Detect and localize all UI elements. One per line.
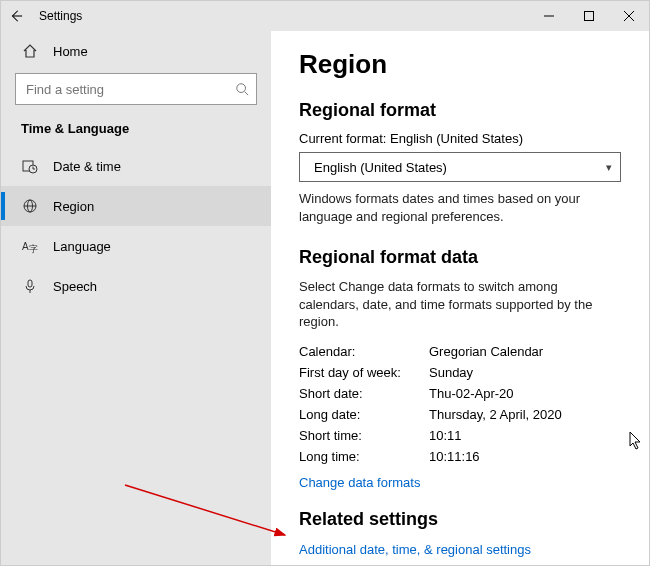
dropdown-value: English (United States) (314, 160, 447, 175)
svg-text:A: A (22, 241, 29, 252)
row-longtime: Long time:10:11:16 (299, 446, 621, 467)
svg-text:字: 字 (29, 244, 38, 254)
row-longdate: Long date:Thursday, 2 April, 2020 (299, 404, 621, 425)
section-regional-format: Regional format (299, 100, 621, 121)
arrow-left-icon (9, 9, 23, 23)
search-box[interactable] (15, 73, 257, 105)
svg-rect-1 (585, 12, 594, 21)
nav-region[interactable]: Region (1, 186, 271, 226)
regional-format-data-desc: Select Change data formats to switch amo… (299, 278, 621, 331)
regional-format-desc: Windows formats dates and times based on… (299, 190, 621, 225)
mouse-cursor-icon (629, 431, 643, 451)
window-title: Settings (39, 9, 82, 23)
section-regional-format-data: Regional format data (299, 247, 621, 268)
search-input[interactable] (15, 73, 257, 105)
page-heading: Region (299, 49, 621, 80)
search-icon (235, 73, 249, 105)
row-calendar: Calendar:Gregorian Calendar (299, 341, 621, 362)
nav-item-label: Speech (53, 279, 97, 294)
back-button[interactable] (1, 1, 31, 31)
nav-group-header: Time & Language (1, 117, 271, 146)
language-icon: A字 (21, 238, 39, 254)
svg-line-5 (245, 92, 249, 96)
minimize-button[interactable] (529, 1, 569, 31)
clock-calendar-icon (21, 158, 39, 174)
nav-date-time[interactable]: Date & time (1, 146, 271, 186)
format-data-table: Calendar:Gregorian Calendar First day of… (299, 341, 621, 467)
additional-settings-link[interactable]: Additional date, time, & regional settin… (299, 542, 531, 557)
close-button[interactable] (609, 1, 649, 31)
main-content: Region Regional format Current format: E… (271, 31, 649, 565)
chevron-down-icon: ▾ (606, 161, 612, 174)
row-shorttime: Short time:10:11 (299, 425, 621, 446)
maximize-button[interactable] (569, 1, 609, 31)
svg-point-4 (237, 84, 246, 93)
nav-speech[interactable]: Speech (1, 266, 271, 306)
section-related-settings: Related settings (299, 509, 621, 530)
sidebar: Home Time & Language Date & time (1, 31, 271, 565)
globe-icon (21, 198, 39, 214)
svg-rect-15 (28, 280, 32, 287)
row-firstday: First day of week:Sunday (299, 362, 621, 383)
nav-language[interactable]: A字 Language (1, 226, 271, 266)
format-dropdown[interactable]: English (United States) ▾ (299, 152, 621, 182)
home-label: Home (53, 44, 88, 59)
current-format-label: Current format: English (United States) (299, 131, 621, 146)
nav-item-label: Region (53, 199, 94, 214)
home-nav[interactable]: Home (1, 37, 271, 65)
nav-item-label: Date & time (53, 159, 121, 174)
change-data-formats-link[interactable]: Change data formats (299, 475, 420, 490)
titlebar: Settings (1, 1, 649, 31)
nav-item-label: Language (53, 239, 111, 254)
row-shortdate: Short date:Thu-02-Apr-20 (299, 383, 621, 404)
home-icon (21, 43, 39, 59)
microphone-icon (21, 278, 39, 294)
